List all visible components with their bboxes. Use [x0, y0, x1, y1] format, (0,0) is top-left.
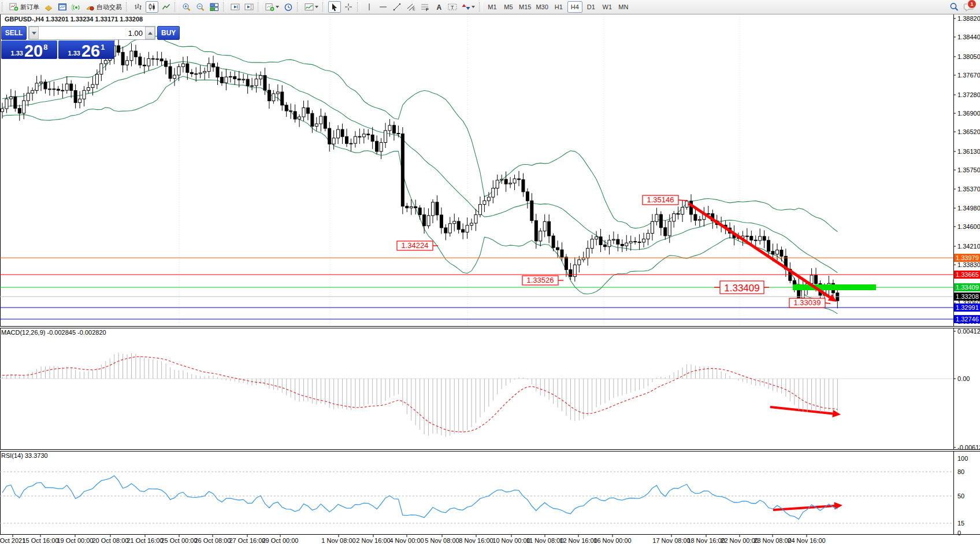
price-tick-label: 1.34600 [957, 223, 980, 230]
timeframe-w1[interactable]: W1 [600, 1, 615, 13]
autotrading-button[interactable]: 自动交易 [84, 1, 124, 13]
price-annotation-1.34224[interactable]: 1.34224 [397, 241, 433, 250]
price-badge-1.33409: 1.33409 [954, 283, 980, 291]
signals-button[interactable] [70, 1, 83, 13]
timeframe-m15[interactable]: M15 [517, 1, 533, 13]
buy-price-display[interactable]: 1.33 26 1 [58, 40, 114, 59]
svg-text:T: T [451, 5, 454, 10]
notification-badge: 1 [967, 0, 977, 9]
fibonacci-icon: F [421, 3, 429, 11]
fibonacci-button[interactable]: F [418, 1, 431, 13]
volume-input[interactable] [39, 27, 145, 39]
cursor-group [328, 0, 355, 14]
volume-increase-button[interactable] [145, 27, 155, 39]
tile-windows-button[interactable] [208, 1, 221, 13]
date-tick-label: 27 Oct 16:00 [229, 537, 266, 544]
trendline-icon [393, 3, 401, 11]
date-tick-label: 25 Oct 00:00 [161, 537, 198, 544]
new-order-button[interactable]: 新订单 [8, 1, 41, 13]
price-badge-1.33665: 1.33665 [954, 271, 980, 279]
arrow-objects-button[interactable] [460, 1, 477, 13]
date-tick-label: 24 Nov 16:00 [788, 537, 825, 544]
timeframe-h4[interactable]: H4 [567, 1, 582, 13]
date-tick-label: 10 Nov 00:00 [492, 537, 530, 544]
trade-group: 新订单 自动交易 [7, 0, 124, 14]
equidistant-channel-button[interactable]: E [404, 1, 417, 13]
price-tick-label: 1.38440 [957, 34, 980, 40]
price-annotation-1.35146[interactable]: 1.35146 [643, 195, 678, 205]
date-tick-label: 5 Nov 08:00 [425, 537, 459, 544]
volume-decrease-button[interactable] [29, 27, 39, 39]
price-tick-label: 1.38050 [957, 53, 980, 60]
date-tick-label: 8 Nov 16:00 [459, 537, 493, 544]
timeframe-mn[interactable]: MN [616, 1, 631, 13]
one-click-trading-widget: SELL BUY 1.33 20 8 1.33 26 1 [1, 26, 114, 59]
svg-text:1.33039: 1.33039 [794, 298, 821, 307]
toolbar-grip [322, 2, 326, 12]
price-annotation-1.33526[interactable]: 1.33526 [522, 276, 558, 285]
chart-tools-group [263, 0, 295, 14]
svg-text:A: A [436, 3, 441, 12]
chart-shift-icon [244, 3, 254, 11]
chart-canvas[interactable]: 1.351461.342241.335261.334091.330391.388… [0, 0, 980, 544]
toolbar: 新订单 自动交易 [0, 0, 980, 14]
indicators-button[interactable] [303, 1, 320, 13]
toolbar-grip [175, 2, 178, 12]
cursor-icon [331, 3, 339, 12]
date-tick-label: 17 Nov 08:00 [652, 537, 690, 544]
buy-price-main: 26 [81, 43, 100, 58]
new-order-icon [9, 3, 18, 11]
zoom-in-button[interactable] [180, 1, 193, 13]
new-chart-button[interactable] [263, 1, 281, 13]
date-tick-label: 29 Oct 00:00 [262, 537, 299, 544]
text-label-button[interactable]: T [446, 1, 459, 13]
svg-text:1.33409: 1.33409 [724, 283, 759, 294]
timeframe-h1[interactable]: H1 [551, 1, 566, 13]
market-watch-button[interactable] [42, 1, 55, 13]
buy-button[interactable]: BUY [157, 26, 180, 40]
timeframe-m30[interactable]: M30 [534, 1, 550, 13]
arrow-objects-icon [462, 3, 470, 11]
candlestick-chart-button[interactable] [146, 1, 158, 13]
price-annotation-1.33409[interactable]: 1.33409 [720, 281, 764, 294]
cursor-button[interactable] [328, 1, 341, 13]
green-support-bar[interactable] [793, 284, 876, 290]
timeframe-m5[interactable]: M5 [501, 1, 516, 13]
svg-text:1.33409: 1.33409 [956, 284, 979, 291]
search-icon [949, 2, 959, 12]
price-tick-label: 1.36520 [957, 128, 980, 135]
price-tick-label: 1.35750 [957, 166, 980, 173]
sell-price-display[interactable]: 1.33 20 8 [1, 40, 57, 59]
zoom-out-button[interactable] [194, 1, 207, 13]
period-clock-button[interactable] [282, 1, 295, 13]
price-tick-label: 1.37280 [957, 91, 980, 98]
toolbar-right: 1 [947, 1, 980, 13]
terminal-window-button[interactable] [56, 1, 69, 13]
bar-chart-button[interactable] [132, 1, 144, 13]
timeframe-m1[interactable]: M1 [485, 1, 500, 13]
bar-chart-icon [134, 3, 143, 11]
horizontal-line-button[interactable] [377, 1, 389, 13]
text-button[interactable]: A [432, 1, 445, 13]
price-annotation-1.33039[interactable]: 1.33039 [789, 298, 825, 308]
timeframe-d1[interactable]: D1 [584, 1, 599, 13]
notifications-button[interactable]: 1 [962, 1, 976, 13]
price-axis: 1.388201.384401.380501.376701.372801.369… [953, 15, 980, 325]
line-chart-button[interactable] [159, 1, 172, 13]
price-tick-label: 1.38820 [957, 15, 980, 22]
sell-button[interactable]: SELL [1, 26, 27, 40]
auto-scroll-button[interactable] [229, 1, 242, 13]
chevron-down-icon [472, 6, 475, 8]
crosshair-button[interactable] [342, 1, 355, 13]
triangle-down-icon [32, 32, 36, 35]
date-tick-label: 2 Nov 16:00 [356, 537, 390, 544]
chart-type-group [131, 0, 173, 14]
chart-shift-button[interactable] [243, 1, 255, 13]
autotrading-label: 自动交易 [96, 3, 122, 12]
vertical-line-button[interactable] [363, 1, 376, 13]
search-button[interactable] [948, 1, 961, 13]
timeframe-group: M1M5M15M30H1H4D1W1MN [484, 0, 632, 14]
buy-price-pip: 1 [101, 43, 105, 51]
rsi-axis-label: 80 [957, 468, 964, 475]
trendline-button[interactable] [391, 1, 403, 13]
